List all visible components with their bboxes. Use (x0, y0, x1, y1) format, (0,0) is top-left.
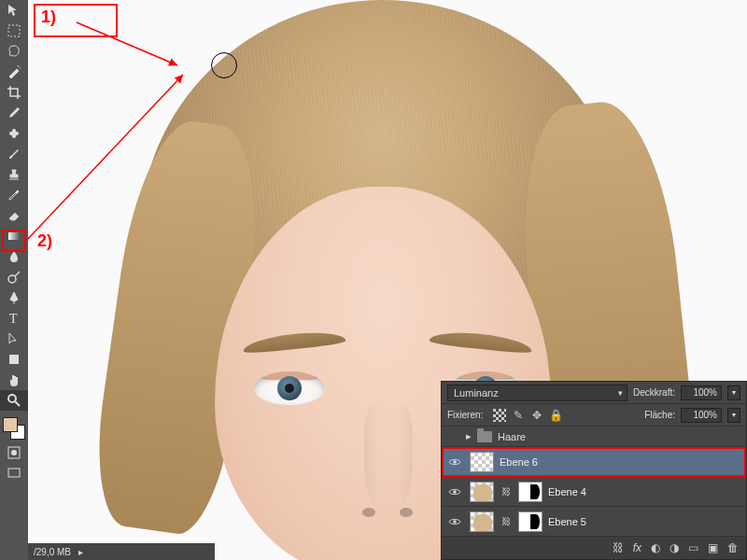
link-layers-icon[interactable]: ⛓ (613, 541, 624, 554)
layer-mask-thumbnail[interactable] (518, 482, 543, 502)
visibility-toggle[interactable] (445, 517, 464, 526)
visibility-toggle[interactable] (445, 457, 464, 467)
opacity-value-input[interactable]: 100% (681, 385, 722, 400)
annotation-label-2: 2) (37, 231, 52, 251)
layer-name[interactable]: Ebene 5 (548, 516, 742, 527)
path-select-tool[interactable] (0, 329, 28, 349)
new-group-icon[interactable]: ▭ (688, 541, 698, 554)
lock-position-icon[interactable]: ✥ (529, 408, 544, 423)
color-swatches[interactable] (0, 414, 28, 442)
svg-rect-16 (493, 409, 506, 422)
lock-label: Fixieren: (447, 410, 483, 420)
layer-row[interactable]: ⛓ Ebene 5 (442, 507, 746, 537)
group-collapse-icon[interactable]: ▸ (466, 430, 472, 442)
svg-text:T: T (9, 312, 18, 326)
eraser-tool[interactable] (0, 205, 28, 226)
brush-tool[interactable] (0, 144, 28, 164)
svg-point-21 (453, 520, 457, 524)
eyedropper-tool[interactable] (0, 103, 28, 123)
quick-mask-toggle[interactable] (0, 442, 28, 463)
foreground-color-swatch[interactable] (3, 417, 18, 432)
lasso-tool[interactable] (0, 41, 28, 62)
fill-value-input[interactable]: 100% (681, 408, 722, 423)
shape-tool[interactable] (0, 349, 28, 370)
heal-tool[interactable] (0, 123, 28, 144)
mask-link-icon[interactable]: ⛓ (500, 516, 513, 526)
svg-rect-13 (8, 469, 20, 477)
fill-dropdown-icon[interactable]: ▾ (727, 408, 740, 423)
svg-point-20 (453, 490, 457, 494)
group-name: Haare (498, 431, 526, 442)
lock-all-icon[interactable]: 🔒 (548, 408, 563, 423)
svg-point-3 (16, 191, 19, 194)
svg-rect-2 (12, 129, 16, 138)
layer-row[interactable]: ⛓ Ebene 4 (442, 477, 746, 507)
brush-cursor-icon (211, 52, 237, 78)
mask-link-icon[interactable]: ⛓ (500, 486, 513, 497)
delete-layer-icon[interactable]: 🗑 (727, 541, 739, 554)
layer-row[interactable]: Ebene 6 (442, 447, 746, 477)
opacity-dropdown-icon[interactable]: ▾ (727, 385, 740, 400)
move-tool[interactable] (0, 0, 28, 21)
svg-line-6 (15, 272, 20, 276)
svg-rect-8 (9, 355, 19, 364)
status-dropdown-icon[interactable]: ▸ (78, 547, 83, 557)
svg-point-9 (8, 395, 16, 402)
type-tool[interactable]: T (0, 308, 28, 329)
status-bar: /29,0 MB ▸ (28, 543, 215, 560)
opacity-label: Deckkraft: (633, 387, 675, 398)
adjustment-layer-icon[interactable]: ◑ (669, 541, 679, 554)
visibility-toggle[interactable] (445, 487, 464, 497)
annotation-label-1: 1) (41, 7, 56, 27)
file-size-status: /29,0 MB (34, 547, 71, 557)
layer-thumbnail[interactable] (470, 511, 494, 532)
fill-label: Fläche: (644, 410, 675, 420)
annotation-box-2 (2, 230, 26, 252)
layer-thumbnail[interactable] (470, 482, 494, 502)
svg-point-12 (11, 450, 17, 455)
new-layer-icon[interactable]: ▣ (708, 541, 718, 554)
svg-point-19 (453, 460, 457, 464)
lock-transparency-icon[interactable] (492, 408, 507, 423)
stamp-tool[interactable] (0, 164, 28, 185)
layer-mask-icon[interactable]: ◐ (651, 541, 660, 554)
folder-icon (477, 431, 492, 442)
screen-mode-toggle[interactable] (0, 463, 28, 483)
svg-line-10 (15, 401, 20, 406)
layers-panel: Luminanz Deckkraft: 100% ▾ Fixieren: ✎ ✥… (441, 381, 747, 560)
layer-group-row[interactable]: ▸ Haare (442, 427, 746, 447)
pen-tool[interactable] (0, 287, 28, 308)
layer-name[interactable]: Ebene 6 (500, 456, 742, 468)
crop-tool[interactable] (0, 82, 28, 103)
hand-tool[interactable] (0, 370, 28, 390)
wand-tool[interactable] (0, 62, 28, 82)
history-brush-tool[interactable] (0, 185, 28, 205)
layer-thumbnail[interactable] (470, 452, 494, 472)
layers-panel-footer: ⛓ fx ◐ ◑ ▭ ▣ 🗑 (442, 537, 746, 559)
marquee-tool[interactable] (0, 21, 28, 41)
layer-name[interactable]: Ebene 4 (548, 486, 742, 497)
lock-pixels-icon[interactable]: ✎ (511, 408, 526, 423)
layer-mask-thumbnail[interactable] (518, 511, 543, 532)
dodge-tool[interactable] (0, 267, 28, 287)
tools-toolbar: T (0, 0, 28, 560)
zoom-tool[interactable] (0, 390, 28, 411)
blend-mode-dropdown[interactable]: Luminanz (447, 385, 627, 401)
layer-effects-icon[interactable]: fx (633, 541, 641, 554)
svg-point-5 (8, 275, 16, 283)
svg-rect-0 (8, 25, 20, 36)
